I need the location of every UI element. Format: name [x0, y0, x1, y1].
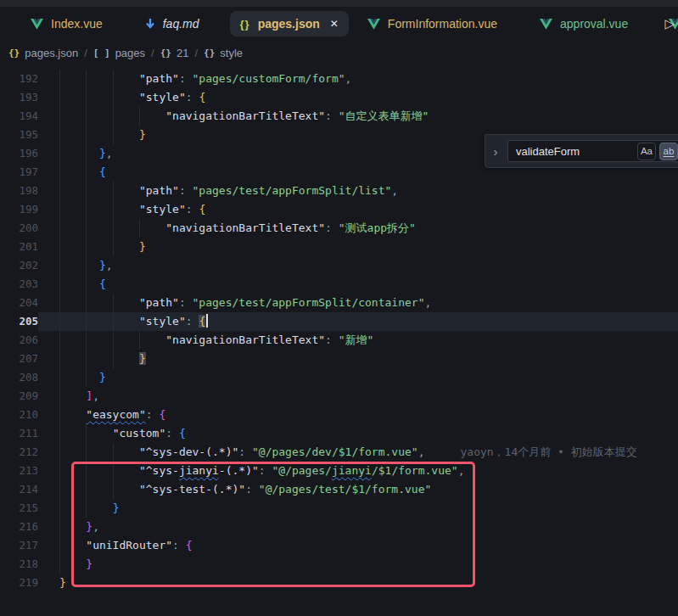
code-line-204[interactable]: 204 "path": "pages/test/appFormSplit/con… — [0, 294, 678, 312]
code-line-202[interactable]: 202 }, — [0, 256, 678, 275]
code-line-210[interactable]: 210 "easycom": { — [0, 406, 678, 424]
indent-guide — [113, 238, 114, 256]
find-input[interactable]: validateForm Aa ab .* — [507, 140, 678, 162]
code-line-206[interactable]: 206 "navigationBarTitleText": "新增" — [0, 331, 678, 350]
code-token: } — [139, 240, 146, 253]
code-line-218[interactable]: 218 } — [0, 555, 678, 574]
tab-label: pages.json — [258, 17, 320, 31]
code-token: "@/pages/ — [272, 464, 331, 477]
code-line-216[interactable]: 216 }, — [0, 518, 678, 536]
breadcrumb-item-pages-json[interactable]: {}pages.json — [8, 47, 78, 59]
indent-guide — [113, 88, 114, 107]
tab-approval-vue[interactable]: approval.vue — [540, 17, 628, 31]
indent-guide — [59, 312, 60, 331]
indent-guide — [113, 350, 114, 368]
breadcrumb-item-style[interactable]: {}style — [204, 47, 243, 59]
indent-guide — [59, 107, 60, 126]
code-line-194[interactable]: 194 "navigationBarTitleText": "自定义表单新增" — [0, 107, 678, 126]
code-token: "@/pages/dev/$1/form.vue" — [252, 445, 418, 458]
vue-logo-icon — [540, 19, 552, 30]
code-content: } — [38, 238, 678, 256]
window-top-strip — [0, 0, 678, 7]
tab-forminformation-vue[interactable]: FormInformation.vue — [367, 17, 497, 31]
tab-bar: Index.vuefaq.md{}pages.json✕FormInformat… — [0, 7, 678, 41]
indent-guide — [86, 424, 87, 443]
code-line-213[interactable]: 213 "^sys-jianyi-(.*)": "@/pages/jianyi/… — [0, 462, 678, 480]
match-case-button[interactable]: Aa — [637, 143, 656, 160]
code-content: } — [38, 368, 678, 387]
breadcrumb-item-21[interactable]: {}21 — [160, 47, 189, 59]
line-number: 206 — [0, 331, 38, 350]
whole-word-button[interactable]: ab — [659, 143, 678, 160]
find-expand-chevron-icon[interactable]: › — [490, 144, 501, 159]
code-token: "navigationBarTitleText" — [165, 109, 325, 122]
markdown-arrow-icon — [145, 18, 155, 30]
indent-guide — [59, 387, 60, 406]
close-icon[interactable]: ✕ — [330, 18, 339, 30]
indent-guide — [86, 294, 87, 312]
indent-guide — [113, 294, 114, 312]
code-token: { — [99, 277, 106, 290]
code-line-214[interactable]: 214 "^sys-test-(.*)": "@/pages/test/$1/f… — [0, 480, 678, 499]
code-token: "navigationBarTitleText" — [165, 333, 325, 346]
code-token: : — [238, 445, 252, 458]
line-number: 209 — [0, 387, 38, 406]
code-line-203[interactable]: 203 { — [0, 275, 678, 294]
code-content: "style": { — [38, 312, 678, 331]
code-line-199[interactable]: 199 "style": { — [0, 200, 678, 219]
symbol-icon: {} — [8, 48, 20, 59]
indent-guide — [113, 331, 114, 350]
code-content: "path": "pages/test/appFormSplit/contain… — [38, 294, 678, 312]
line-number: 207 — [0, 350, 38, 368]
code-line-207[interactable]: 207 } — [0, 350, 678, 368]
breadcrumb-label: style — [220, 47, 243, 59]
code-token: "style" — [139, 91, 186, 104]
breadcrumb-separator: / — [84, 47, 87, 59]
code-token: "^sys-dev-(.*)" — [139, 445, 238, 458]
code-token: , — [345, 72, 352, 85]
code-line-201[interactable]: 201 } — [0, 238, 678, 256]
breadcrumb-item-pages[interactable]: [ ]pages — [93, 47, 145, 59]
code-content: "navigationBarTitleText": "自定义表单新增" — [38, 107, 678, 126]
code-line-200[interactable]: 200 "navigationBarTitleText": "测试app拆分" — [0, 219, 678, 238]
code-token: : — [186, 203, 199, 216]
symbol-icon: {} — [204, 48, 215, 59]
code-line-212[interactable]: 212 "^sys-dev-(.*)": "@/pages/dev/$1/for… — [0, 443, 678, 462]
tab-pages-json[interactable]: {}pages.json✕ — [230, 11, 349, 36]
code-token: { — [99, 165, 106, 178]
indent-guide — [59, 219, 60, 238]
code-token: { — [179, 427, 186, 440]
indent-guide — [113, 219, 114, 238]
code-line-215[interactable]: 215 } — [0, 499, 678, 518]
code-line-192[interactable]: 192 "path": "pages/customForm/form", — [0, 70, 678, 88]
line-number: 201 — [0, 238, 38, 256]
code-content: "^sys-dev-(.*)": "@/pages/dev/$1/form.vu… — [38, 443, 678, 462]
line-number: 211 — [0, 424, 38, 443]
indent-guide — [59, 331, 60, 350]
tab-overflow-icon[interactable]: ▷ — [664, 16, 675, 31]
code-line-208[interactable]: 208 } — [0, 368, 678, 387]
code-line-209[interactable]: 209 ], — [0, 387, 678, 406]
code-token: } — [139, 352, 146, 365]
indent-guide — [59, 350, 60, 368]
indent-guide — [86, 350, 87, 368]
tab-faq-md[interactable]: faq.md — [145, 17, 199, 31]
code-line-198[interactable]: 198 "path": "pages/test/appFormSplit/lis… — [0, 182, 678, 200]
code-token: "^sys- — [139, 464, 179, 477]
indent-guide — [59, 275, 60, 294]
code-token: } — [86, 520, 92, 533]
code-line-205[interactable]: 205 "style": { — [0, 312, 678, 331]
code-line-193[interactable]: 193 "style": { — [0, 88, 678, 107]
json-braces-icon: {} — [240, 18, 250, 31]
tab-index-vue[interactable]: Index.vue — [31, 17, 103, 31]
line-number: 213 — [0, 462, 38, 480]
code-line-219[interactable]: 219} — [0, 574, 678, 592]
code-line-211[interactable]: 211 "custom": { — [0, 424, 678, 443]
line-number: 203 — [0, 275, 38, 294]
code-token: : — [165, 427, 179, 440]
code-editor: › validateForm Aa ab .* 192 "path": "pag… — [0, 64, 678, 616]
code-line-217[interactable]: 217 "uniIdRouter": { — [0, 536, 678, 555]
code-content: ], — [38, 387, 678, 406]
code-token: , — [106, 259, 113, 272]
code-content: }, — [38, 518, 678, 536]
